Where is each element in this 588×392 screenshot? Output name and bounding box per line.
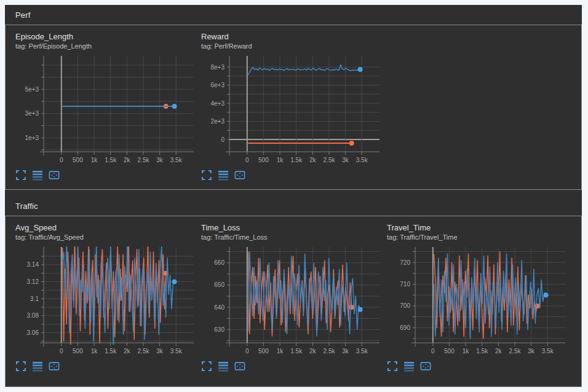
- travel-time-chart[interactable]: 69070071072005001k1.5k2k2.5k3k3.5k: [387, 245, 566, 356]
- fullscreen-icon[interactable]: [15, 361, 26, 372]
- x-axis-tick-label: 3k: [342, 348, 349, 355]
- chart-toolbar: [201, 361, 381, 372]
- runs-selector-icon[interactable]: [32, 170, 43, 181]
- chart-tag: tag: Traffic/Time_Loss: [201, 233, 381, 241]
- section-header-traffic[interactable]: Traffic: [5, 196, 582, 216]
- x-axis-tick-label: 1k: [277, 157, 284, 163]
- runs-selector-icon[interactable]: [32, 361, 43, 372]
- chart-card-avg-speed: Avg_Speedtag: Traffic/Avg_Speed3.063.083…: [15, 222, 195, 372]
- y-axis-tick-label: 630: [214, 326, 224, 333]
- y-axis-tick-label: 6e+3: [210, 82, 224, 88]
- chart-card-time-loss: Time_Losstag: Traffic/Time_Loss630640650…: [201, 222, 381, 372]
- fullscreen-icon[interactable]: [387, 361, 398, 372]
- x-axis-tick-label: 1.5k: [290, 157, 303, 163]
- runs-selector-icon[interactable]: [218, 170, 229, 181]
- chart-title: Travel_Time: [387, 222, 566, 233]
- y-axis-tick-label: 5e+3: [25, 86, 39, 93]
- runs-selector-icon[interactable]: [218, 361, 229, 372]
- y-axis-tick-label: 700: [400, 302, 410, 309]
- x-axis-tick-label: 500: [258, 157, 269, 163]
- x-axis-tick-label: 500: [258, 348, 269, 355]
- run-blue-end-dot[interactable]: [172, 104, 177, 109]
- chart-tag: tag: Perf/Episode_Length: [15, 42, 195, 50]
- y-axis-tick-label: 3e+3: [25, 110, 39, 117]
- run-blue-end-dot[interactable]: [358, 307, 363, 312]
- fullscreen-icon[interactable]: [15, 170, 26, 181]
- x-axis-tick-label: 3.5k: [356, 157, 368, 163]
- x-axis-tick-label: 3.5k: [170, 157, 183, 163]
- x-axis-tick-label: 2k: [124, 348, 131, 355]
- x-axis-tick-label: 1.5k: [105, 348, 117, 355]
- y-axis-tick-label: 2e+3: [210, 118, 224, 125]
- y-axis-tick-label: 3.14: [27, 261, 39, 268]
- x-axis-tick-label: 0: [60, 348, 63, 355]
- reward-chart[interactable]: 02e+34e+36e+38e+305001k1.5k2k2.5k3k3.5k: [201, 53, 381, 165]
- chart-toolbar: [15, 170, 195, 181]
- chart-card-reward: Rewardtag: Perf/Reward02e+34e+36e+38e+30…: [201, 31, 381, 181]
- y-axis-tick-label: 3.1: [30, 296, 39, 302]
- run-orange-end-dot[interactable]: [349, 305, 354, 310]
- x-axis-tick-label: 1.5k: [290, 348, 303, 355]
- section-perf: Perf Episode_Lengthtag: Perf/Episode_Len…: [5, 5, 582, 190]
- x-axis-tick-label: 3k: [342, 157, 349, 163]
- fit-domain-icon[interactable]: [234, 170, 245, 181]
- y-axis-tick-label: 8e+3: [210, 64, 224, 71]
- chart-title: Time_Loss: [201, 222, 381, 233]
- chart-toolbar: [201, 170, 381, 181]
- section-header-perf[interactable]: Perf: [5, 5, 582, 25]
- x-axis-tick-label: 2k: [309, 348, 317, 355]
- x-axis-tick-label: 2.5k: [324, 348, 336, 355]
- x-axis-tick-label: 2.5k: [138, 157, 150, 163]
- avg-speed-chart[interactable]: 3.063.083.13.123.1405001k1.5k2k2.5k3k3.5…: [15, 245, 195, 356]
- x-axis-tick-label: 2k: [495, 348, 503, 355]
- x-axis-tick-label: 500: [73, 157, 83, 163]
- x-axis-tick-label: 3k: [156, 157, 164, 163]
- chart-title: Avg_Speed: [15, 222, 195, 233]
- x-axis-tick-label: 0: [431, 348, 435, 355]
- chart-toolbar: [387, 361, 566, 372]
- x-axis-tick-label: 1k: [463, 348, 470, 355]
- runs-selector-icon[interactable]: [403, 361, 415, 372]
- y-axis-tick-label: 3.12: [27, 278, 39, 285]
- time-loss-chart[interactable]: 63064065066005001k1.5k2k2.5k3k3.5k: [201, 245, 381, 356]
- run-blue-line: [248, 65, 360, 75]
- section-title-traffic: Traffic: [15, 202, 38, 211]
- x-axis-tick-label: 0: [245, 157, 249, 163]
- run-blue-end-dot[interactable]: [358, 67, 363, 72]
- x-axis-tick-label: 3.5k: [170, 348, 183, 355]
- y-axis-tick-label: 640: [214, 304, 224, 311]
- x-axis-tick-label: 1.5k: [476, 348, 488, 355]
- run-blue-end-dot[interactable]: [544, 292, 549, 297]
- fit-domain-icon[interactable]: [49, 170, 60, 181]
- fit-domain-icon[interactable]: [234, 361, 245, 372]
- x-axis-tick-label: 2.5k: [324, 157, 336, 163]
- x-axis-tick-label: 3.5k: [356, 348, 368, 355]
- episode-length-chart[interactable]: 1e+33e+35e+305001k1.5k2k2.5k3k3.5k: [15, 53, 195, 165]
- chart-tag: tag: Traffic/Avg_Speed: [15, 233, 195, 241]
- x-axis-tick-label: 2.5k: [138, 348, 150, 355]
- fit-domain-icon[interactable]: [49, 361, 60, 372]
- x-axis-tick-label: 0: [60, 157, 63, 163]
- x-axis-tick-label: 2.5k: [509, 348, 522, 355]
- x-axis-tick-label: 3k: [528, 348, 535, 355]
- page-background: Perf Episode_Lengthtag: Perf/Episode_Len…: [0, 0, 588, 392]
- chart-tag: tag: Traffic/Travel_Time: [387, 233, 566, 241]
- fullscreen-icon[interactable]: [201, 170, 212, 181]
- section-body-perf: Episode_Lengthtag: Perf/Episode_Length1e…: [5, 25, 582, 190]
- fullscreen-icon[interactable]: [201, 361, 212, 372]
- y-axis-tick-label: 710: [400, 281, 410, 288]
- y-axis-tick-label: 660: [214, 259, 224, 266]
- section-traffic: Traffic Avg_Speedtag: Traffic/Avg_Speed3…: [5, 196, 582, 387]
- run-blue-line: [434, 254, 546, 339]
- run-blue-end-dot[interactable]: [172, 280, 177, 284]
- section-body-traffic: Avg_Speedtag: Traffic/Avg_Speed3.063.083…: [5, 216, 582, 387]
- y-axis-tick-label: 1e+3: [25, 135, 39, 141]
- y-axis-tick-label: 650: [214, 281, 224, 288]
- fit-domain-icon[interactable]: [420, 361, 431, 372]
- y-axis-tick-label: 4e+3: [210, 100, 224, 107]
- run-orange-end-dot[interactable]: [349, 141, 354, 146]
- y-axis-tick-label: 690: [400, 324, 410, 331]
- x-axis-tick-label: 0: [245, 348, 249, 355]
- scalars-dashboard: Perf Episode_Lengthtag: Perf/Episode_Len…: [5, 5, 582, 387]
- chart-toolbar: [15, 361, 195, 372]
